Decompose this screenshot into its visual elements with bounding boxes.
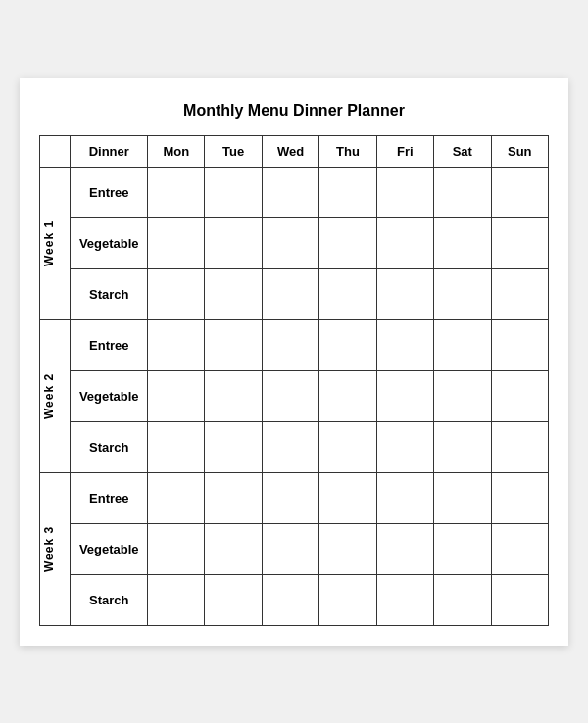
- cell-week2-starch-day1[interactable]: [148, 421, 205, 472]
- cell-week2-vegetable-day4[interactable]: [319, 370, 376, 421]
- table-row: Vegetable: [40, 217, 549, 268]
- week-label-3: Week 3: [40, 472, 71, 625]
- cell-week3-vegetable-day4[interactable]: [319, 523, 376, 574]
- cell-week3-vegetable-day2[interactable]: [205, 523, 262, 574]
- cell-week3-vegetable-day3[interactable]: [262, 523, 318, 574]
- cell-week2-vegetable-day2[interactable]: [205, 370, 262, 421]
- cell-week1-vegetable-day1[interactable]: [148, 217, 205, 268]
- cell-week3-vegetable-day5[interactable]: [376, 523, 433, 574]
- tue-header: Tue: [205, 135, 262, 167]
- sun-header: Sun: [491, 135, 548, 167]
- dinner-label-vegetable: Vegetable: [71, 523, 148, 574]
- cell-week1-starch-day1[interactable]: [148, 268, 205, 319]
- cell-week3-starch-day4[interactable]: [319, 574, 376, 625]
- cell-week1-starch-day3[interactable]: [262, 268, 318, 319]
- table-row: Starch: [40, 421, 549, 472]
- table-row: Week 3Entree: [40, 472, 549, 523]
- dinner-label-entree: Entree: [71, 472, 148, 523]
- cell-week2-vegetable-day6[interactable]: [434, 370, 491, 421]
- cell-week1-vegetable-day3[interactable]: [262, 217, 318, 268]
- cell-week2-starch-day2[interactable]: [205, 421, 262, 472]
- cell-week2-vegetable-day5[interactable]: [376, 370, 433, 421]
- cell-week1-vegetable-day2[interactable]: [205, 217, 262, 268]
- header-row: Dinner Mon Tue Wed Thu Fri Sat Sun: [40, 135, 549, 167]
- cell-week2-starch-day7[interactable]: [491, 421, 548, 472]
- cell-week3-entree-day7[interactable]: [491, 472, 548, 523]
- cell-week1-entree-day4[interactable]: [319, 167, 376, 217]
- cell-week2-entree-day1[interactable]: [148, 319, 205, 370]
- table-row: Week 2Entree: [40, 319, 549, 370]
- wed-header: Wed: [262, 135, 318, 167]
- dinner-label-vegetable: Vegetable: [71, 217, 148, 268]
- cell-week1-starch-day6[interactable]: [434, 268, 491, 319]
- week-label-1: Week 1: [40, 167, 71, 319]
- cell-week3-starch-day2[interactable]: [205, 574, 262, 625]
- cell-week1-starch-day7[interactable]: [491, 268, 548, 319]
- cell-week3-vegetable-day1[interactable]: [148, 523, 205, 574]
- cell-week3-entree-day2[interactable]: [205, 472, 262, 523]
- cell-week1-vegetable-day4[interactable]: [319, 217, 376, 268]
- cell-week3-entree-day5[interactable]: [376, 472, 433, 523]
- planner-table: Dinner Mon Tue Wed Thu Fri Sat Sun Week …: [39, 135, 549, 626]
- page-title: Monthly Menu Dinner Planner: [39, 102, 549, 120]
- cell-week3-starch-day3[interactable]: [262, 574, 318, 625]
- dinner-label-starch: Starch: [71, 268, 148, 319]
- cell-week2-vegetable-day1[interactable]: [148, 370, 205, 421]
- cell-week1-entree-day7[interactable]: [491, 167, 548, 217]
- sat-header: Sat: [434, 135, 491, 167]
- table-row: Starch: [40, 268, 549, 319]
- cell-week3-entree-day3[interactable]: [262, 472, 318, 523]
- cell-week3-starch-day5[interactable]: [376, 574, 433, 625]
- dinner-header: Dinner: [71, 135, 148, 167]
- dinner-label-vegetable: Vegetable: [71, 370, 148, 421]
- dinner-label-entree: Entree: [71, 167, 148, 217]
- cell-week1-vegetable-day6[interactable]: [434, 217, 491, 268]
- table-row: Vegetable: [40, 523, 549, 574]
- cell-week1-starch-day4[interactable]: [319, 268, 376, 319]
- cell-week2-entree-day3[interactable]: [262, 319, 318, 370]
- cell-week3-entree-day1[interactable]: [148, 472, 205, 523]
- cell-week1-vegetable-day7[interactable]: [491, 217, 548, 268]
- cell-week3-entree-day4[interactable]: [319, 472, 376, 523]
- dinner-label-starch: Starch: [71, 421, 148, 472]
- dinner-label-entree: Entree: [71, 319, 148, 370]
- cell-week2-entree-day6[interactable]: [434, 319, 491, 370]
- cell-week2-entree-day7[interactable]: [491, 319, 548, 370]
- cell-week2-starch-day6[interactable]: [434, 421, 491, 472]
- cell-week2-entree-day5[interactable]: [376, 319, 433, 370]
- cell-week3-starch-day7[interactable]: [491, 574, 548, 625]
- cell-week2-entree-day4[interactable]: [319, 319, 376, 370]
- planner-page: Monthly Menu Dinner Planner Dinner Mon T…: [20, 78, 568, 646]
- table-row: Week 1Entree: [40, 167, 549, 217]
- cell-week1-entree-day3[interactable]: [262, 167, 318, 217]
- cell-week1-starch-day2[interactable]: [205, 268, 262, 319]
- cell-week3-vegetable-day6[interactable]: [434, 523, 491, 574]
- cell-week2-entree-day2[interactable]: [205, 319, 262, 370]
- cell-week1-starch-day5[interactable]: [376, 268, 433, 319]
- cell-week3-entree-day6[interactable]: [434, 472, 491, 523]
- week-label-2: Week 2: [40, 319, 71, 472]
- cell-week3-vegetable-day7[interactable]: [491, 523, 548, 574]
- cell-week1-entree-day2[interactable]: [205, 167, 262, 217]
- cell-week2-starch-day5[interactable]: [376, 421, 433, 472]
- cell-week3-starch-day1[interactable]: [148, 574, 205, 625]
- cell-week2-starch-day4[interactable]: [319, 421, 376, 472]
- cell-week1-entree-day6[interactable]: [434, 167, 491, 217]
- table-row: Vegetable: [40, 370, 549, 421]
- cell-week2-vegetable-day3[interactable]: [262, 370, 318, 421]
- table-row: Starch: [40, 574, 549, 625]
- cell-week1-entree-day5[interactable]: [376, 167, 433, 217]
- cell-week3-starch-day6[interactable]: [434, 574, 491, 625]
- cell-week1-vegetable-day5[interactable]: [376, 217, 433, 268]
- cell-week2-vegetable-day7[interactable]: [491, 370, 548, 421]
- mon-header: Mon: [148, 135, 205, 167]
- cell-week2-starch-day3[interactable]: [262, 421, 318, 472]
- dinner-label-starch: Starch: [71, 574, 148, 625]
- cell-week1-entree-day1[interactable]: [148, 167, 205, 217]
- thu-header: Thu: [319, 135, 376, 167]
- fri-header: Fri: [376, 135, 433, 167]
- week-header: [40, 135, 71, 167]
